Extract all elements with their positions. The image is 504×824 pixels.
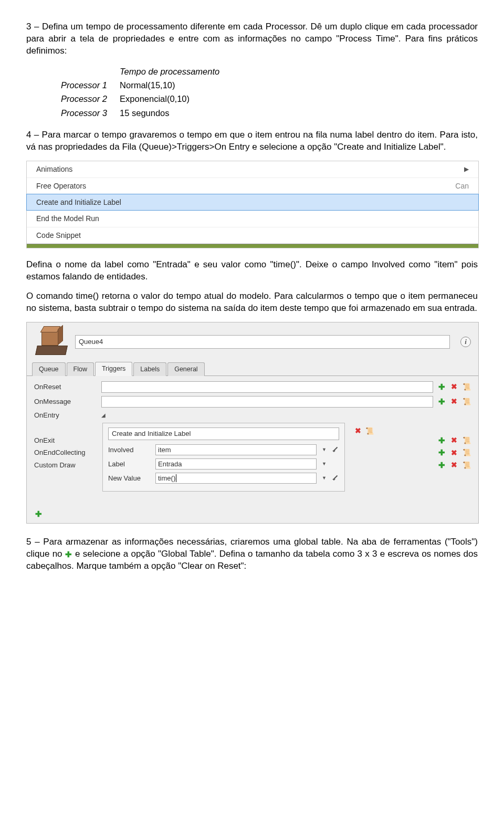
table-header: Tempo de processamento	[117, 65, 229, 78]
onreset-field[interactable]	[101, 381, 433, 393]
code-icon[interactable]: 📜	[463, 398, 471, 406]
option-animations[interactable]: Animations ▶	[27, 161, 478, 178]
processing-times-table: Tempo de processamento Processor 1 Norma…	[58, 65, 229, 120]
delete-icon[interactable]: ✖	[450, 383, 458, 391]
code-icon[interactable]: 📜	[365, 426, 374, 435]
submenu-arrow-icon: ▶	[464, 165, 469, 173]
paragraph-step3: 3 – Defina um tempo de processamento dif…	[26, 21, 478, 57]
object-name-field[interactable]: Queue4	[75, 335, 450, 349]
add-icon[interactable]: ✚	[437, 383, 446, 391]
option-create-initialize-label[interactable]: Create and Initialize Label	[26, 194, 479, 211]
tab-queue[interactable]: Queue	[32, 362, 66, 376]
label-field[interactable]: Entrada	[155, 458, 317, 470]
paragraph-time-command: O comando time() retorna o valor do temp…	[26, 290, 478, 315]
option-free-operators[interactable]: Free Operators Can	[27, 178, 478, 194]
right-cut-text: Can	[455, 181, 469, 191]
involved-label: Involved	[108, 445, 150, 455]
add-trigger-icon[interactable]: ✚	[34, 510, 43, 518]
add-icon[interactable]: ✚	[437, 448, 446, 457]
tab-labels[interactable]: Labels	[133, 362, 166, 376]
tab-general[interactable]: General	[167, 362, 204, 376]
tab-bar: Queue Flow Triggers Labels General	[27, 361, 478, 376]
newvalue-label: New Value	[108, 474, 150, 483]
add-icon[interactable]: ✚	[437, 398, 446, 406]
delete-icon[interactable]: ✖	[450, 398, 458, 406]
paragraph-step4: 4 – Para marcar o tempo gravaremos o tem…	[26, 129, 478, 153]
onmessage-field[interactable]	[101, 396, 433, 408]
table-row: Processor 1 Normal(15,10)	[58, 78, 229, 92]
table-row: Processor 2 Exponencial(0,10)	[58, 92, 229, 106]
label-label: Label	[108, 460, 150, 469]
newvalue-field[interactable]: time()	[155, 473, 317, 484]
options-list-screenshot: Animations ▶ Free Operators Can Create a…	[26, 161, 479, 248]
table-row: Processor 3 15 segundos	[58, 106, 229, 120]
code-icon[interactable]: 📜	[463, 383, 471, 391]
delete-icon[interactable]: ✖	[450, 461, 458, 470]
option-end-model-run[interactable]: End the Model Run	[27, 210, 478, 227]
code-icon[interactable]: 📜	[463, 448, 471, 457]
onentry-subpanel: ✖ 📜 Create and Initialize Label Involved…	[102, 423, 345, 492]
code-icon[interactable]: 📜	[463, 461, 471, 470]
option-code-snippet[interactable]: Code Snippet	[27, 227, 478, 244]
add-icon[interactable]: ✚	[437, 436, 446, 445]
tab-triggers[interactable]: Triggers	[95, 362, 132, 376]
add-icon[interactable]: ✚	[437, 461, 446, 470]
dropdown-icon[interactable]: ▼	[322, 461, 327, 467]
plus-icon: ✚	[65, 551, 72, 558]
code-icon[interactable]: 📜	[463, 436, 471, 445]
trigger-onreset-row: OnReset ✚ ✖ 📜	[34, 381, 471, 393]
involved-field[interactable]: item	[155, 444, 317, 455]
expanded-icon[interactable]: ◢	[101, 412, 106, 419]
paragraph-define-label: Defina o nome da label como "Entrada" e …	[26, 259, 478, 283]
info-icon[interactable]: i	[460, 337, 471, 347]
trigger-onentry-row: OnEntry ◢	[34, 411, 471, 420]
dropdown-icon[interactable]: ▼	[322, 475, 327, 481]
queue-object-icon	[34, 328, 68, 356]
delete-icon[interactable]: ✖	[354, 426, 362, 435]
footer-bar	[27, 244, 478, 248]
triggers-panel-screenshot: Queue4 i Queue Flow Triggers Labels Gene…	[26, 322, 479, 524]
subpanel-title[interactable]: Create and Initialize Label	[108, 427, 339, 440]
paragraph-step5: 5 – Para armazenar as informações necess…	[26, 536, 478, 572]
trigger-onmessage-row: OnMessage ✚ ✖ 📜	[34, 396, 471, 408]
delete-icon[interactable]: ✖	[450, 436, 458, 445]
eyedropper-icon[interactable]	[332, 474, 339, 482]
eyedropper-icon[interactable]	[332, 446, 339, 453]
tab-flow[interactable]: Flow	[67, 362, 94, 376]
dropdown-icon[interactable]: ▼	[322, 446, 327, 453]
delete-icon[interactable]: ✖	[450, 448, 458, 457]
